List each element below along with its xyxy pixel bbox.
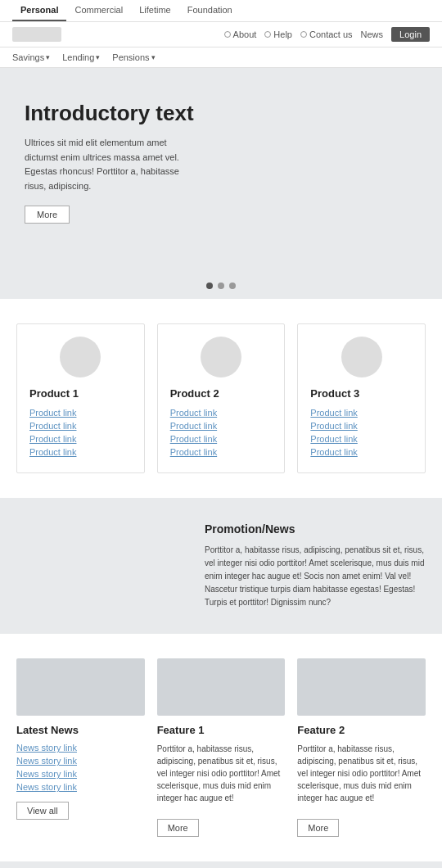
feature-1-body: Porttitor a, habitasse risus, adipiscing… — [157, 743, 286, 804]
feature-1-image — [157, 658, 286, 716]
feature-2-body: Porttitor a, habitasse risus, adipiscing… — [297, 743, 426, 804]
product-icon-3 — [341, 337, 382, 377]
tab-lifetime[interactable]: Lifetime — [131, 0, 179, 21]
product-icon-2 — [201, 337, 241, 377]
products-grid: Product 1 Product link Product link Prod… — [16, 323, 426, 473]
product-link-2-3[interactable]: Product link — [170, 434, 273, 444]
hero-section: Introductory text Ultrices sit mid elit … — [0, 68, 442, 273]
radio-icon — [264, 31, 271, 38]
news-link-2[interactable]: News story link — [16, 756, 145, 766]
feature-2-more-button[interactable]: More — [297, 819, 339, 837]
product-link-2-2[interactable]: Product link — [170, 421, 273, 431]
chevron-down-icon: ▾ — [96, 53, 100, 61]
carousel-dot-3[interactable] — [229, 283, 236, 289]
product-title-2: Product 2 — [170, 387, 273, 400]
product-link-1-3[interactable]: Product link — [29, 434, 132, 444]
promo-section: Promotion/News Porttitor a, habitasse ri… — [0, 498, 442, 634]
feature-1-card: Feature 1 Porttitor a, habitasse risus, … — [157, 658, 286, 837]
nav-links: About Help Contact us News Login — [224, 27, 430, 42]
latest-news-card: Latest News News story link News story l… — [16, 658, 145, 837]
login-button[interactable]: Login — [391, 27, 430, 42]
news-title: Latest News — [16, 724, 145, 736]
tab-personal[interactable]: Personal — [12, 0, 66, 21]
product-title-3: Product 3 — [310, 387, 413, 400]
product-link-3-4[interactable]: Product link — [310, 447, 413, 457]
feature-2-card: Feature 2 Porttitor a, habitasse risus, … — [297, 658, 426, 837]
savings-nav[interactable]: Savings ▾ — [12, 52, 50, 62]
help-link[interactable]: Help — [264, 29, 292, 39]
carousel-dot-1[interactable] — [206, 283, 213, 289]
product-title-1: Product 1 — [29, 387, 132, 400]
chevron-down-icon: ▾ — [46, 53, 50, 61]
carousel-dot-2[interactable] — [218, 283, 224, 289]
sub-nav: Savings ▾ Lending ▾ Pensions ▾ — [0, 47, 442, 68]
product-link-2-1[interactable]: Product link — [170, 408, 273, 418]
hero-body: Ultrices sit mid elit elementum amet dic… — [25, 136, 188, 193]
news-link-1[interactable]: News story link — [16, 743, 145, 753]
feature-1-title: Feature 1 — [157, 724, 286, 736]
tab-foundation[interactable]: Foundation — [179, 0, 241, 21]
news-link-3[interactable]: News story link — [16, 769, 145, 779]
product-card-2: Product 2 Product link Product link Prod… — [157, 323, 286, 473]
radio-icon — [224, 31, 231, 38]
promo-title: Promotion/News — [205, 522, 426, 536]
radio-icon — [300, 31, 307, 38]
promo-content: Promotion/News Porttitor a, habitasse ri… — [205, 522, 426, 609]
product-link-3-3[interactable]: Product link — [310, 434, 413, 444]
product-link-2-4[interactable]: Product link — [170, 447, 273, 457]
main-nav: About Help Contact us News Login — [0, 22, 442, 47]
about-link[interactable]: About — [224, 29, 257, 39]
contact-link[interactable]: Contact us — [300, 29, 353, 39]
product-link-3-2[interactable]: Product link — [310, 421, 413, 431]
feature-2-image — [297, 658, 426, 716]
product-card-1: Product 1 Product link Product link Prod… — [16, 323, 145, 473]
news-image — [16, 658, 145, 716]
chevron-down-icon: ▾ — [151, 53, 156, 61]
news-link-4[interactable]: News story link — [16, 782, 145, 792]
news-link[interactable]: News — [361, 29, 384, 39]
tab-bar: Personal Commercial Lifetime Foundation — [0, 0, 442, 22]
product-card-3: Product 3 Product link Product link Prod… — [297, 323, 426, 473]
feature-2-title: Feature 2 — [297, 724, 426, 736]
tab-row: Personal Commercial Lifetime Foundation — [12, 0, 430, 21]
hero-more-button[interactable]: More — [25, 206, 70, 224]
carousel-dots — [0, 273, 442, 299]
pensions-nav[interactable]: Pensions ▾ — [112, 52, 155, 62]
hero-title: Introductory text — [25, 101, 417, 126]
lending-nav[interactable]: Lending ▾ — [62, 52, 100, 62]
product-link-1-4[interactable]: Product link — [29, 447, 132, 457]
product-link-1-1[interactable]: Product link — [29, 408, 132, 418]
promo-body: Porttitor a, habitasse risus, adipiscing… — [205, 544, 426, 609]
view-all-button[interactable]: View all — [16, 802, 69, 820]
footer-main: Help & Support 0800 028 3746 deposits@ho… — [0, 861, 442, 868]
features-section: Latest News News story link News story l… — [0, 634, 442, 861]
product-link-3-1[interactable]: Product link — [310, 408, 413, 418]
logo — [12, 27, 61, 42]
products-section: Product 1 Product link Product link Prod… — [0, 299, 442, 498]
tab-commercial[interactable]: Commercial — [66, 0, 131, 21]
features-grid: Latest News News story link News story l… — [16, 658, 426, 837]
product-icon-1 — [60, 337, 101, 377]
feature-1-more-button[interactable]: More — [157, 819, 199, 837]
product-link-1-2[interactable]: Product link — [29, 421, 132, 431]
